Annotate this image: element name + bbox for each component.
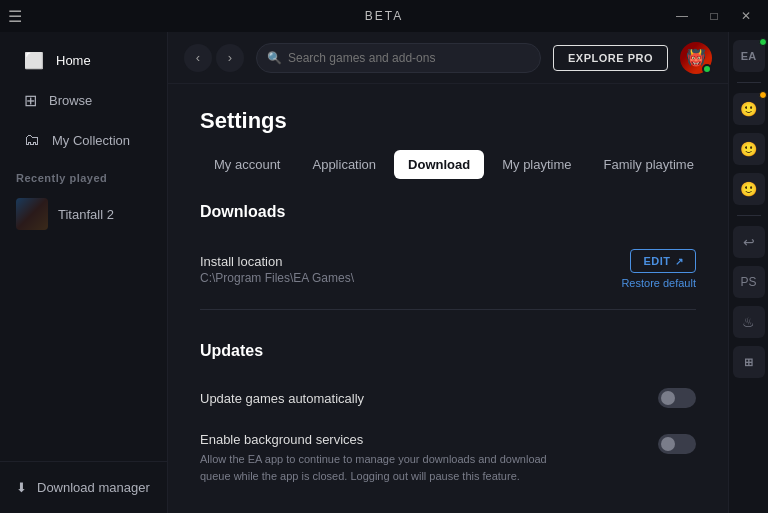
sidebar-item-home[interactable]: ⬜ Home — [8, 41, 159, 80]
playstation-icon: PS — [740, 275, 756, 289]
panel-divider-2 — [737, 215, 761, 216]
install-location-actions: EDIT ↗ Restore default — [621, 249, 696, 289]
bg-services-toggle[interactable] — [658, 434, 696, 454]
maximize-button[interactable]: □ — [700, 4, 728, 28]
download-manager-label: Download manager — [37, 480, 150, 495]
search-input[interactable] — [288, 51, 530, 65]
online-badge — [702, 64, 712, 74]
game-thumb-titanfall2 — [16, 198, 48, 230]
back-button[interactable]: ‹ — [184, 44, 212, 72]
bg-services-info: Enable background services Allow the EA … — [200, 432, 658, 484]
close-button[interactable]: ✕ — [732, 4, 760, 28]
topbar: ‹ › 🔍 EXPLORE PRO 👹 — [168, 32, 728, 84]
edit-label: EDIT — [643, 255, 670, 267]
tab-my-account[interactable]: My account — [200, 150, 294, 179]
ea-icon: EA — [741, 50, 756, 62]
restore-default-link[interactable]: Restore default — [621, 277, 696, 289]
install-location-info: Install location C:\Program Files\EA Gam… — [200, 254, 605, 285]
tab-my-playtime[interactable]: My playtime — [488, 150, 585, 179]
auto-update-toggle[interactable] — [658, 388, 696, 408]
panel-icon-smiley2[interactable]: 🙂 — [733, 133, 765, 165]
smiley2-icon: 🙂 — [740, 141, 757, 157]
section-divider — [200, 309, 696, 310]
smiley3-icon: 🙂 — [740, 181, 757, 197]
steam-icon: ♨ — [742, 314, 755, 330]
auto-update-row: Update games automatically — [200, 376, 696, 420]
panel-icon-xbox[interactable]: ⊞ — [733, 346, 765, 378]
install-location-row: Install location C:\Program Files\EA Gam… — [200, 237, 696, 301]
downloads-section-title: Downloads — [200, 203, 696, 221]
auto-update-label: Update games automatically — [200, 391, 658, 406]
browse-label: Browse — [49, 93, 92, 108]
explore-pro-button[interactable]: EXPLORE PRO — [553, 45, 668, 71]
bg-services-desc: Allow the EA app to continue to manage y… — [200, 451, 580, 484]
panel-icon-steam[interactable]: ♨ — [733, 306, 765, 338]
updates-section-title: Updates — [200, 342, 696, 360]
main-content: ‹ › 🔍 EXPLORE PRO 👹 Settings My account … — [168, 32, 728, 513]
panel-icon-smiley3[interactable]: 🙂 — [733, 173, 765, 205]
panel-divider-1 — [737, 82, 761, 83]
search-bar[interactable]: 🔍 — [256, 43, 541, 73]
tab-application[interactable]: Application — [298, 150, 390, 179]
panel-icon-smiley1[interactable]: 🙂 — [733, 93, 765, 125]
page-title: Settings — [200, 108, 696, 134]
xbox-icon: ⊞ — [744, 356, 753, 369]
panel-icon-back[interactable]: ↩ — [733, 226, 765, 258]
collection-label: My Collection — [52, 133, 130, 148]
downloads-section: Downloads Install location C:\Program Fi… — [200, 203, 696, 310]
back-icon: ↩ — [743, 234, 755, 250]
recently-played-titanfall2[interactable]: Titanfall 2 — [0, 190, 167, 238]
bg-services-label: Enable background services — [200, 432, 658, 447]
tab-download[interactable]: Download — [394, 150, 484, 179]
edit-button[interactable]: EDIT ↗ — [630, 249, 696, 273]
external-link-icon: ↗ — [675, 256, 684, 267]
panel-icon-ea[interactable]: EA — [733, 40, 765, 72]
minimize-button[interactable]: — — [668, 4, 696, 28]
collection-icon: 🗂 — [24, 131, 40, 149]
titlebar: ☰ BETA — □ ✕ — [0, 0, 768, 32]
auto-update-info: Update games automatically — [200, 391, 658, 406]
app-title: BETA — [365, 9, 403, 23]
home-label: Home — [56, 53, 91, 68]
sidebar: ⬜ Home ⊞ Browse 🗂 My Collection Recently… — [0, 32, 168, 513]
panel-icon-playstation[interactable]: PS — [733, 266, 765, 298]
window-controls: — □ ✕ — [668, 4, 760, 28]
game-title-titanfall2: Titanfall 2 — [58, 207, 114, 222]
smiley1-icon: 🙂 — [740, 101, 757, 117]
sidebar-item-browse[interactable]: ⊞ Browse — [8, 81, 159, 120]
hamburger-icon[interactable]: ☰ — [8, 7, 22, 26]
right-panel: EA 🙂 🙂 🙂 ↩ PS ♨ ⊞ — [728, 32, 768, 513]
forward-button[interactable]: › — [216, 44, 244, 72]
tab-family-playtime[interactable]: Family playtime — [590, 150, 708, 179]
search-icon: 🔍 — [267, 51, 282, 65]
install-location-label: Install location — [200, 254, 605, 269]
download-manager-item[interactable]: ⬇ Download manager — [0, 470, 167, 505]
nav-arrows: ‹ › — [184, 44, 244, 72]
download-manager-icon: ⬇ — [16, 480, 27, 495]
settings-tabs: My account Application Download My playt… — [200, 150, 696, 179]
browse-icon: ⊞ — [24, 91, 37, 110]
settings-area: Settings My account Application Download… — [168, 84, 728, 513]
recently-played-title: Recently played — [0, 160, 167, 190]
install-location-value: C:\Program Files\EA Games\ — [200, 271, 605, 285]
smiley1-badge — [759, 91, 767, 99]
bg-services-row: Enable background services Allow the EA … — [200, 420, 696, 496]
sidebar-item-collection[interactable]: 🗂 My Collection — [8, 121, 159, 159]
ea-badge — [759, 38, 767, 46]
updates-section: Updates Update games automatically Enabl… — [200, 342, 696, 496]
avatar-container[interactable]: 👹 — [680, 42, 712, 74]
home-icon: ⬜ — [24, 51, 44, 70]
